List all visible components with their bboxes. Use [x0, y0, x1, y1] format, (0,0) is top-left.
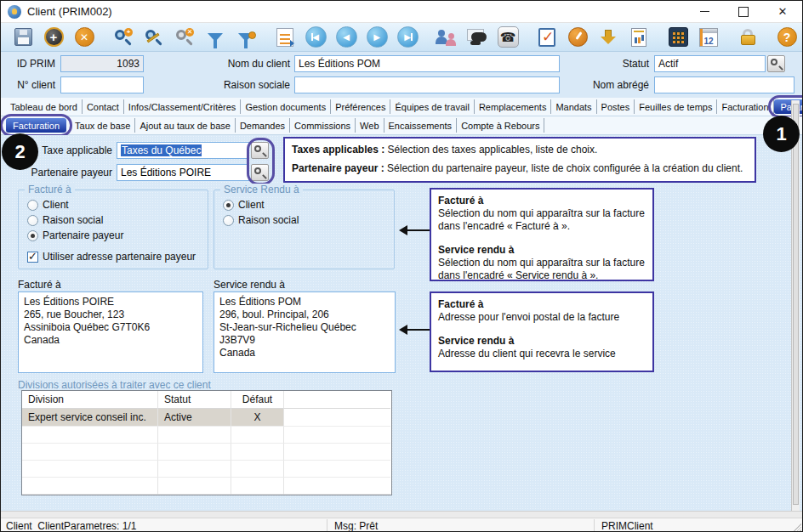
tab-facturation-active[interactable]: Facturation: [6, 118, 66, 133]
time-icon[interactable]: [562, 25, 593, 50]
tab-preferences[interactable]: Préférences: [331, 99, 390, 114]
tab-demandes[interactable]: Demandes: [236, 118, 290, 133]
nom-client-label: Nom du client: [201, 58, 290, 70]
tab-contact[interactable]: Contact: [83, 99, 124, 114]
radio-service-raison-social[interactable]: Raison social: [223, 214, 299, 226]
filter-config-icon[interactable]: [231, 25, 261, 50]
divisions-table-header: Division Statut Défaut: [22, 391, 391, 409]
search-edit-icon[interactable]: [139, 25, 169, 50]
annotation-badge-1: 1: [763, 116, 800, 152]
tab-web[interactable]: Web: [356, 118, 384, 133]
statut-lookup-button[interactable]: [767, 55, 785, 72]
minimize-button[interactable]: [685, 1, 724, 22]
taxe-applicable-field[interactable]: Taxes du Québec: [117, 142, 249, 159]
empty-row: [22, 444, 391, 461]
division-row[interactable]: Expert service conseil inc. Active X: [22, 409, 391, 427]
cancel-record-icon[interactable]: ✕: [69, 25, 100, 50]
tab-postes[interactable]: Postes: [597, 99, 635, 114]
tab-remplacements[interactable]: Remplacements: [475, 99, 551, 114]
empty-row: [22, 461, 391, 478]
tab-encaissements[interactable]: Encaissements: [384, 118, 458, 133]
statut-field[interactable]: Actif: [654, 55, 766, 72]
title-bar: Client (PRIM002) ✕: [1, 1, 802, 23]
tab-gestion-documents[interactable]: Gestion documents: [241, 99, 331, 114]
no-client-field[interactable]: [60, 76, 144, 93]
previous-record-icon[interactable]: ◀: [331, 25, 362, 50]
first-record-icon[interactable]: ◀: [300, 25, 331, 50]
phone-icon[interactable]: ☎: [493, 25, 523, 50]
contacts-icon[interactable]: [431, 25, 462, 50]
add-record-icon[interactable]: +: [38, 25, 69, 50]
horizontal-scroll-area[interactable]: [1, 511, 802, 518]
filter-icon[interactable]: [200, 25, 231, 50]
tab-equipes-de-travail[interactable]: Équipes de travail: [390, 99, 474, 114]
tab-commissions[interactable]: Commissions: [290, 118, 356, 133]
scrollbar-thumb[interactable]: [793, 104, 799, 505]
radio-service-client[interactable]: Client: [223, 199, 265, 211]
callout-taxes: Taxes applicables : Sélection des taxes …: [283, 137, 756, 183]
radio-facture-client[interactable]: Client: [27, 199, 69, 211]
checkbox-utiliser-adresse-partenaire[interactable]: Utiliser adresse partenaire payeur: [27, 251, 196, 263]
nom-client-field[interactable]: Les Éditions POM: [294, 55, 560, 72]
tab-feuilles-de-temps[interactable]: Feuilles de temps: [635, 99, 717, 114]
vertical-scrollbar[interactable]: [791, 100, 800, 511]
calendar-icon[interactable]: 12: [693, 25, 724, 50]
tab-compte-a-rebours[interactable]: Compte à Rebours: [457, 118, 544, 133]
calculator-icon[interactable]: [663, 25, 693, 50]
radio-facture-partenaire-payeur[interactable]: Partenaire payeur: [27, 229, 123, 241]
taxe-lookup-button[interactable]: [251, 142, 269, 159]
lock-icon[interactable]: [732, 25, 763, 50]
maximize-button[interactable]: [724, 1, 763, 22]
divisions-group-title: Divisions autorisées à traiter avec ce c…: [18, 379, 211, 391]
tab-facturation-main[interactable]: Facturation: [717, 99, 773, 114]
tasks-icon[interactable]: [532, 25, 562, 50]
close-button[interactable]: ✕: [763, 1, 802, 22]
service-address-label: Service rendu à: [214, 279, 285, 291]
facture-a-group: Facturé à Client Raison social Partenair…: [18, 190, 208, 269]
download-icon[interactable]: [593, 25, 624, 50]
status-module: PRIMClient: [601, 520, 653, 532]
report-icon[interactable]: [624, 25, 654, 50]
header-form: ID PRIM 1093 N° client Nom du client Les…: [1, 52, 802, 98]
service-address-box[interactable]: Les Éditions POM 296, boul. Principal, 2…: [214, 291, 396, 373]
facture-address-label: Facturé à: [18, 279, 61, 291]
tab-ajout-taux-de-base[interactable]: Ajout au taux de base: [135, 118, 235, 133]
help-icon[interactable]: ?: [772, 25, 802, 50]
messages-icon[interactable]: [462, 25, 493, 50]
divisions-table: Division Statut Défaut Expert service co…: [21, 390, 392, 495]
status-message: Msg: Prêt: [334, 520, 378, 532]
partenaire-payeur-field[interactable]: Les Éditions POIRE: [117, 164, 249, 181]
facture-address-box[interactable]: Les Éditions POIRE 265, rue Boucher, 123…: [18, 291, 203, 373]
resize-grip[interactable]: [790, 521, 801, 532]
next-record-icon[interactable]: ▶: [362, 25, 392, 50]
col-defaut: Défaut: [231, 391, 284, 409]
partenaire-payeur-label: Partenaire payeur: [18, 167, 112, 178]
raison-sociale-label: Raison sociale: [201, 79, 290, 91]
empty-row: [22, 427, 391, 444]
raison-sociale-field[interactable]: [294, 76, 560, 93]
taxe-applicable-value: Taxes du Québec: [121, 144, 202, 156]
no-client-label: N° client: [1, 79, 55, 91]
id-prim-label: ID PRIM: [1, 58, 55, 70]
service-rendu-group-title: Service Rendu à: [220, 184, 303, 195]
partenaire-lookup-button[interactable]: [251, 164, 269, 181]
tab-taux-de-base[interactable]: Taux de base: [71, 118, 135, 133]
tab-mandats[interactable]: Mandats: [551, 99, 596, 114]
search-add-icon[interactable]: +: [108, 25, 139, 50]
window-title: Client (PRIM002): [27, 5, 112, 18]
tab-tableau-de-bord[interactable]: Tableau de bord: [6, 99, 83, 114]
empty-row: [22, 478, 391, 495]
tab-infos-classement-criteres[interactable]: Infos/Classement/Critères: [124, 99, 242, 114]
last-record-icon[interactable]: ▶: [392, 25, 423, 50]
status-bar: Client_ClientParametres: 1/1 Msg: Prêt P…: [1, 518, 802, 532]
callout-addresses: Facturé à Adresse pour l'envoi postal de…: [430, 291, 654, 372]
record-list-icon[interactable]: [270, 25, 300, 50]
app-icon: [8, 5, 21, 19]
nom-abrege-field[interactable]: [654, 76, 794, 93]
save-icon[interactable]: [8, 25, 38, 50]
service-rendu-group: Service Rendu à Client Raison social: [214, 190, 395, 269]
taxe-applicable-label: Taxe applicable: [31, 144, 112, 156]
search-clear-icon[interactable]: ✕: [169, 25, 200, 50]
tabstrip-parametres: Facturation Taux de base Ajout au taux d…: [1, 116, 802, 135]
radio-facture-raison-social[interactable]: Raison social: [27, 214, 103, 226]
